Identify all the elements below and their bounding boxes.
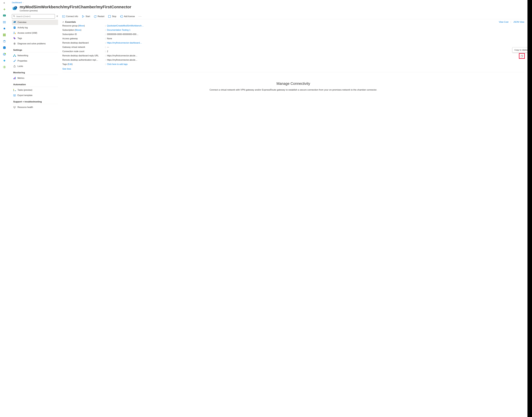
svg-rect-33 [14,27,15,27]
ess-value-rdar: https://myfirstconnector.abcde… [107,59,524,61]
resource-menu-search[interactable] [12,14,55,19]
svg-rect-38 [15,33,15,34]
svg-text:$: $ [4,66,5,68]
ess-label-subid: Subscription ID [62,33,105,36]
ess-value-subscription[interactable]: Documentation Testing 1 [107,29,524,31]
menu-locks[interactable]: Locks [12,63,58,69]
menu-networking[interactable]: Networking [12,53,58,58]
menu-label: Tags [18,37,22,40]
essentials-grid: Resource group (Move) : QuickstartCreate… [62,25,524,65]
ess-value-subid: 00000000-0000-00000000-000… [107,33,524,36]
menu-group-monitoring: Monitoring [12,69,58,75]
dashboard-icon[interactable] [3,14,6,17]
svg-text:SQL: SQL [3,47,5,49]
menu-label: Locks [18,65,23,67]
menu-label: Export template [18,94,32,97]
svg-rect-44 [14,54,15,55]
toolbar-label: Restart [98,15,104,18]
tags-icon [13,37,16,40]
move-link[interactable]: Move [75,29,81,31]
svg-point-23 [14,6,17,9]
networking-icon [13,54,16,57]
search-input[interactable] [16,15,54,18]
diamond-icon[interactable] [3,59,6,62]
json-view-link[interactable]: JSON View [513,21,524,23]
menu-label: Tasks (preview) [18,89,32,91]
menu-activitylog[interactable]: Activity log [12,25,58,30]
menu-diagnose[interactable]: Diagnose and solve problems [12,41,58,46]
copy-button[interactable] [520,54,524,58]
view-cost-link[interactable]: View Cost [499,21,509,23]
connect-info-button[interactable]: Connect info [62,15,78,18]
ess-label-gvn: Gateway virtual network [62,46,105,48]
start-button[interactable]: Start [82,15,90,18]
svg-rect-57 [521,56,522,57]
toolbar-more-icon[interactable]: ··· [139,15,142,18]
menu-tags[interactable]: Tags [12,36,58,41]
add-license-icon [120,15,123,18]
rddr-text: https://myfirstconnector.abcde… [107,54,137,57]
tasks-icon [13,89,16,91]
ess-value-tags[interactable]: Click here to add tags [107,63,524,65]
svg-point-27 [13,15,15,17]
menu-resourcehealth[interactable]: Resource health [12,104,58,110]
svg-point-24 [13,8,14,8]
connector-icon [12,5,18,11]
menu-metrics[interactable]: Metrics [12,75,58,81]
breadcrumb-dashboard[interactable]: Dashboard [12,1,22,4]
menu-iam[interactable]: Access control (IAM) [12,30,58,36]
svg-rect-54 [108,15,111,18]
menu-label: Overview [18,21,26,23]
page-subtitle: Connector (preview) [20,10,131,12]
restart-icon [94,15,97,18]
add-license-button[interactable]: Add license [120,15,135,18]
essentials-toggle[interactable]: Essentials [62,21,76,23]
terminal-icon [62,15,65,18]
svg-point-29 [14,21,16,23]
ess-label-tags: Tags (Edit) [62,63,105,65]
svg-rect-4 [4,22,6,22]
edit-tags-link[interactable]: Edit [68,63,72,65]
svg-rect-10 [3,35,4,35]
cube-icon[interactable] [3,40,6,43]
ess-label-cnc: Connection node count [62,50,105,53]
grid-apps-icon[interactable] [3,33,6,37]
stop-button[interactable]: Stop [108,15,116,18]
collapse-menu-icon[interactable] [56,15,58,18]
svg-point-31 [15,21,15,22]
sql-icon[interactable]: SQL [3,46,6,49]
svg-point-50 [13,90,14,91]
svg-rect-6 [4,23,6,23]
svg-rect-48 [15,77,16,79]
favorites-star-icon[interactable] [3,27,6,30]
svg-rect-41 [14,43,15,44]
menu-overview[interactable]: Overview [12,20,58,25]
menu-tasks[interactable]: Tasks (preview) [12,87,58,93]
cost-icon[interactable]: $ [3,65,6,69]
ess-value-resourcegroup[interactable]: QuickstartCreateModSimWorkbench… [107,25,524,27]
list-icon[interactable] [3,21,6,24]
create-resource-icon[interactable] [3,8,6,11]
svg-rect-2 [4,21,6,21]
menu-group-settings: Settings [12,46,58,52]
ess-value-rdd[interactable]: https://myfirstconnector-dashboard… [107,42,524,44]
ess-label-rdar: Remote desktop authentication repl… [62,59,105,61]
rail-expand-icon[interactable] [3,1,6,5]
menu-export[interactable]: Export template [12,93,58,98]
svg-point-51 [15,90,16,91]
resourcehealth-icon [13,106,16,109]
ess-value-rddr: https://myfirstconnector.abcde… Copy to … [107,54,524,57]
see-less-link[interactable]: See less [62,68,524,70]
stop-icon [108,15,111,18]
svg-rect-53 [62,15,65,17]
restart-button[interactable]: Restart [94,15,104,18]
move-link[interactable]: Move [79,25,84,27]
essentials-section: Essentials View Cost JSON View Resource … [62,19,524,72]
svg-point-49 [13,89,14,90]
ess-label-subscription: Subscription (Move) [62,29,105,31]
menu-properties[interactable]: Properties [12,58,58,63]
toolbar-label: Start [86,15,90,18]
globe-icon[interactable] [3,53,6,56]
ess-label-rdd: Remote desktop dashboard [62,42,105,44]
menu-group-support: Support + troubleshooting [12,98,58,104]
